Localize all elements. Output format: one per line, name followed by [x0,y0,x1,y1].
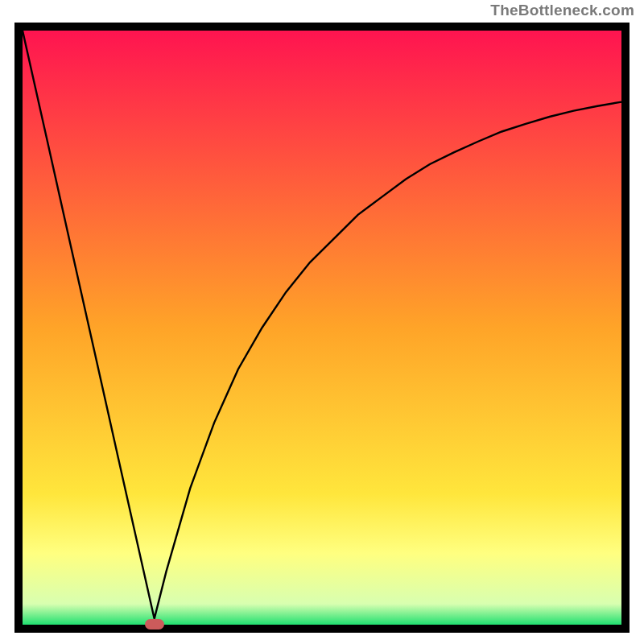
optimum-marker [145,619,164,630]
chart-canvas [14,23,630,633]
chart-frame [14,23,630,633]
attribution-text: TheBottleneck.com [490,2,634,19]
gradient-background [23,31,621,625]
